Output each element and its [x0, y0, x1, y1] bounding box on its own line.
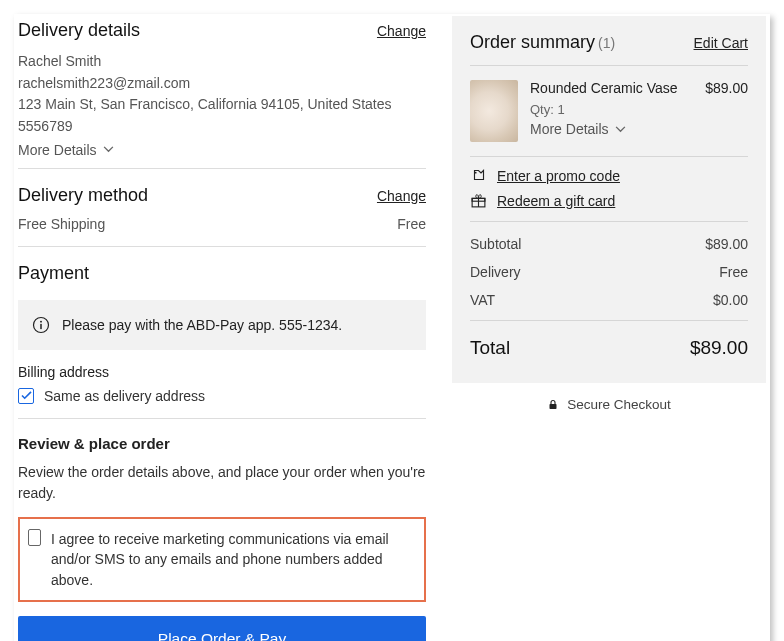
shipping-name: Free Shipping — [18, 216, 105, 232]
same-as-delivery-checkbox[interactable] — [18, 388, 34, 404]
lock-icon — [547, 398, 559, 411]
svg-point-3 — [475, 172, 477, 174]
order-summary-heading-text: Order summary — [470, 32, 595, 52]
delivery-details-heading: Delivery details — [18, 20, 140, 41]
product-qty: Qty: 1 — [530, 102, 748, 117]
delivery-cost-value: Free — [719, 264, 748, 280]
customer-phone: 5556789 — [18, 116, 426, 138]
tag-icon — [470, 167, 487, 184]
promo-code-link[interactable]: Enter a promo code — [497, 168, 620, 184]
marketing-consent-box: I agree to receive marketing communicati… — [18, 517, 426, 602]
divider — [18, 246, 426, 247]
secure-checkout-note: Secure Checkout — [452, 383, 766, 416]
subtotal-label: Subtotal — [470, 236, 521, 252]
svg-point-1 — [40, 320, 42, 322]
customer-address: 123 Main St, San Francisco, California 9… — [18, 94, 426, 116]
customer-name: Rachel Smith — [18, 51, 426, 73]
chevron-down-icon — [615, 126, 626, 133]
edit-cart-link[interactable]: Edit Cart — [694, 35, 748, 51]
change-delivery-link[interactable]: Change — [377, 23, 426, 39]
billing-address-heading: Billing address — [18, 364, 426, 380]
more-details-label: More Details — [18, 142, 97, 158]
delivery-cost-label: Delivery — [470, 264, 521, 280]
gift-icon — [470, 192, 487, 209]
payment-banner-text: Please pay with the ABD-Pay app. 555-123… — [62, 317, 342, 333]
place-order-button[interactable]: Place Order & Pay — [18, 616, 426, 641]
info-icon — [32, 316, 50, 334]
gift-card-link[interactable]: Redeem a gift card — [497, 193, 615, 209]
cart-item: Rounded Ceramic Vase $89.00 Qty: 1 More … — [470, 66, 748, 156]
product-name: Rounded Ceramic Vase — [530, 80, 678, 96]
marketing-consent-checkbox[interactable] — [28, 529, 41, 546]
payment-heading: Payment — [18, 261, 426, 292]
payment-info-banner: Please pay with the ABD-Pay app. 555-123… — [18, 300, 426, 350]
secure-checkout-text: Secure Checkout — [567, 397, 671, 412]
svg-rect-2 — [40, 324, 42, 329]
customer-email: rachelsmith223@zmail.com — [18, 73, 426, 95]
delivery-more-details[interactable]: More Details — [18, 142, 114, 158]
divider — [18, 418, 426, 419]
total-value: $89.00 — [690, 337, 748, 359]
review-heading: Review & place order — [18, 435, 426, 452]
subtotal-value: $89.00 — [705, 236, 748, 252]
svg-rect-7 — [550, 404, 557, 409]
order-summary-panel: Order summary(1) Edit Cart Rounded Ceram… — [452, 16, 766, 383]
change-method-link[interactable]: Change — [377, 188, 426, 204]
marketing-consent-label: I agree to receive marketing communicati… — [51, 529, 416, 590]
divider — [18, 168, 426, 169]
review-prompt: Review the order details above, and plac… — [18, 462, 426, 505]
order-summary-count: (1) — [598, 35, 615, 51]
shipping-cost: Free — [397, 216, 426, 232]
total-label: Total — [470, 337, 510, 359]
order-summary-heading: Order summary(1) — [470, 32, 615, 53]
product-price: $89.00 — [705, 80, 748, 96]
vat-value: $0.00 — [713, 292, 748, 308]
delivery-method-heading: Delivery method — [18, 185, 148, 206]
product-thumbnail — [470, 80, 518, 142]
same-as-delivery-label: Same as delivery address — [44, 388, 205, 404]
chevron-down-icon — [103, 146, 114, 153]
item-more-label: More Details — [530, 121, 609, 137]
item-more-details[interactable]: More Details — [530, 121, 626, 137]
vat-label: VAT — [470, 292, 495, 308]
